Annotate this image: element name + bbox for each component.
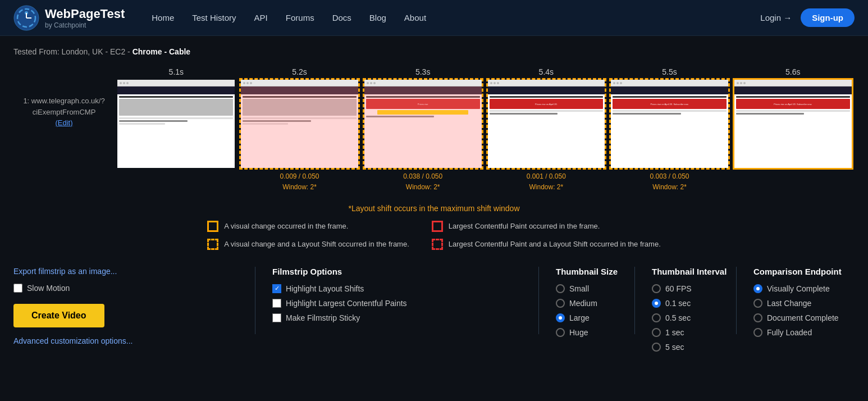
legend-col-right: Largest Contentful Paint occurred in the… (432, 221, 661, 250)
filmstrip-options-title: Filmstrip Options (272, 267, 533, 276)
interval-05sec-label: 0.5 sec (665, 313, 691, 322)
divider-3 (634, 267, 635, 334)
time-label-2: 5.2s (238, 67, 362, 76)
nav-test-history[interactable]: Test History (192, 13, 236, 22)
endpoint-visually-complete-label: Visually Complete (767, 284, 830, 293)
legend-col-left: A visual change occurred in the frame. A… (207, 221, 409, 250)
frame-3[interactable]: Prices rise 0.038 / 0.050 Window: 2* (361, 80, 485, 193)
endpoint-document-complete-radio[interactable] (753, 313, 762, 322)
nav-blog[interactable]: Blog (369, 13, 386, 22)
thumbnail-medium-label: Medium (569, 299, 597, 308)
make-filmstrip-sticky-checkbox[interactable] (272, 313, 281, 322)
advanced-customization-link[interactable]: Advanced customization options... (13, 336, 133, 345)
endpoint-document-complete[interactable]: Document Complete (753, 313, 855, 322)
nav-docs[interactable]: Docs (332, 13, 351, 22)
thumbnail-huge-radio[interactable] (556, 328, 565, 337)
interval-1sec-label: 1 sec (665, 328, 684, 337)
highlight-lcp-option[interactable]: Highlight Largest Contentful Paints (272, 299, 533, 308)
make-filmstrip-sticky-label: Make Filmstrip Sticky (286, 313, 360, 322)
legend-dashed-red: Largest Contentful Paint and a Layout Sh… (432, 239, 661, 250)
thumbnail-size-group: Thumbnail Size Small Medium Large Huge (545, 267, 629, 343)
time-label-6: 5.6s (731, 67, 855, 76)
endpoint-last-change[interactable]: Last Change (753, 299, 855, 308)
endpoint-document-complete-label: Document Complete (767, 313, 839, 322)
export-link[interactable]: Export filmstrip as an image... (13, 267, 249, 276)
highlight-layout-shifts-checkbox[interactable] (272, 284, 281, 293)
endpoint-visually-complete[interactable]: Visually Complete (753, 284, 855, 293)
thumbnail-interval-title: Thumbnail Interval (652, 267, 730, 276)
highlight-layout-shifts-option[interactable]: Highlight Layout Shifts (272, 284, 533, 293)
slow-motion-checkbox[interactable] (13, 284, 22, 293)
thumbnail-small-radio[interactable] (556, 284, 565, 293)
left-options: Export filmstrip as an image... Slow Mot… (13, 267, 249, 345)
create-video-button[interactable]: Create Video (13, 304, 104, 327)
endpoint-fully-loaded-label: Fully Loaded (767, 328, 812, 337)
thumbnail-large-radio[interactable] (556, 313, 565, 322)
comparison-endpoint-title: Comparison Endpoint (753, 267, 855, 276)
thumbnail-huge[interactable]: Huge (556, 328, 629, 337)
options-section: Export filmstrip as an image... Slow Mot… (13, 267, 855, 357)
frame-3-info: 0.038 / 0.050 Window: 2* (403, 171, 442, 193)
interval-1sec-radio[interactable] (652, 328, 661, 337)
thumbnail-interval-group: Thumbnail Interval 60 FPS 0.1 sec 0.5 se… (641, 267, 730, 357)
comparison-endpoint-group: Comparison Endpoint Visually Complete La… (742, 267, 855, 343)
thumbnail-small-label: Small (569, 284, 589, 293)
test-edit-link[interactable]: (Edit) (55, 119, 72, 127)
logo-title: WebPageTest (45, 7, 125, 21)
interval-60fps[interactable]: 60 FPS (652, 284, 730, 293)
thumbnail-small[interactable]: Small (556, 284, 629, 293)
frame-5[interactable]: Prices rise on April 20. Subscribe now. … (608, 80, 732, 193)
make-filmstrip-sticky-option[interactable]: Make Filmstrip Sticky (272, 313, 533, 322)
legend-solid-yellow-icon (207, 221, 218, 232)
filmstrip-options-group: Filmstrip Options Highlight Layout Shift… (261, 267, 533, 328)
frame-4[interactable]: Prices rise on April 20. 0.001 / 0.050 W… (485, 80, 608, 193)
endpoint-fully-loaded-radio[interactable] (753, 328, 762, 337)
frame-6[interactable]: Prices rise on April 20. Subscribe now. (731, 80, 855, 193)
nav-forums[interactable]: Forums (286, 13, 314, 22)
interval-01sec-radio[interactable] (652, 299, 661, 308)
time-label-1: 5.1s (115, 67, 238, 76)
endpoint-visually-complete-radio[interactable] (753, 284, 762, 293)
interval-5sec[interactable]: 5 sec (652, 343, 730, 352)
login-button[interactable]: Login → (760, 13, 792, 22)
nav-about[interactable]: About (404, 13, 426, 22)
legend-grid: A visual change occurred in the frame. A… (13, 221, 855, 250)
filmstrip-container: 1: www.telegraph.co.uk/?ciExemptFromCMP … (13, 67, 855, 193)
thumbnail-large[interactable]: Large (556, 313, 629, 322)
legend-solid-yellow: A visual change occurred in the frame. (207, 221, 409, 232)
nav-home[interactable]: Home (152, 13, 174, 22)
endpoint-fully-loaded[interactable]: Fully Loaded (753, 328, 855, 337)
legend-dashed-red-icon (432, 239, 443, 250)
time-labels: 5.1s 5.2s 5.3s 5.4s 5.5s 5.6s (115, 67, 855, 80)
frames-area: 5.1s 5.2s 5.3s 5.4s 5.5s 5.6s (115, 67, 855, 193)
thumbnail-medium-radio[interactable] (556, 299, 565, 308)
nav-api[interactable]: API (254, 13, 268, 22)
endpoint-last-change-radio[interactable] (753, 299, 762, 308)
divider-4 (736, 267, 737, 334)
legend-solid-red-icon (432, 221, 443, 232)
logo-subtitle: by Catchpoint (45, 21, 125, 29)
signup-button[interactable]: Sign-up (801, 8, 855, 27)
divider-2 (538, 267, 539, 334)
tested-from: Tested From: London, UK - EC2 - Chrome -… (13, 47, 855, 56)
frame-5-info: 0.003 / 0.050 Window: 2* (650, 171, 689, 193)
interval-1sec[interactable]: 1 sec (652, 328, 730, 337)
test-label: 1: www.telegraph.co.uk/?ciExemptFromCMP … (13, 67, 115, 129)
interval-05sec[interactable]: 0.5 sec (652, 313, 730, 322)
legend-note: *Layout shift occurs in the maximum shif… (13, 204, 855, 213)
interval-05sec-radio[interactable] (652, 313, 661, 322)
frames-row: 0.009 / 0.050 Window: 2* (115, 80, 855, 193)
logo: WebPageTest by Catchpoint (13, 5, 125, 31)
highlight-lcp-checkbox[interactable] (272, 299, 281, 308)
highlight-lcp-label: Highlight Largest Contentful Paints (286, 299, 407, 308)
interval-5sec-radio[interactable] (652, 343, 661, 352)
time-label-3: 5.3s (361, 67, 485, 76)
thumbnail-large-label: Large (569, 313, 590, 322)
thumbnail-medium[interactable]: Medium (556, 299, 629, 308)
frame-1[interactable] (115, 80, 238, 193)
interval-60fps-radio[interactable] (652, 284, 661, 293)
frame-2[interactable]: 0.009 / 0.050 Window: 2* (238, 80, 362, 193)
interval-5sec-label: 5 sec (665, 343, 684, 352)
time-label-4: 5.4s (485, 67, 608, 76)
interval-01sec[interactable]: 0.1 sec (652, 299, 730, 308)
